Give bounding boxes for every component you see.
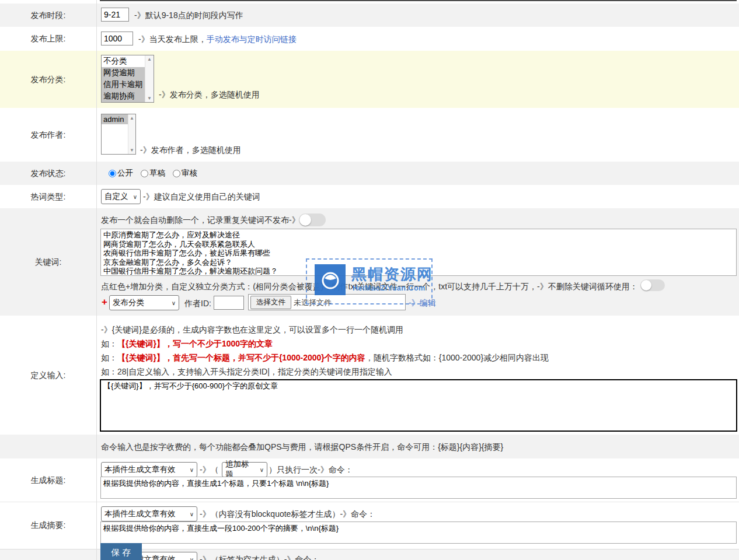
example-red-text: 【{关键词}】，写一个不少于1000字的文章 xyxy=(117,339,273,348)
scroll-up-icon[interactable]: ▲ xyxy=(147,57,152,62)
publish-category-hint: -》发布分类，多选随机使用 xyxy=(159,89,260,100)
gen-title-mid1: -》（ xyxy=(200,464,219,475)
toggle-knob xyxy=(299,214,311,226)
watermark-logo-icon xyxy=(315,264,346,295)
radio-review-label: 审核 xyxy=(182,168,197,178)
author-id-input[interactable] xyxy=(214,296,244,310)
gen-title-mode-select[interactable]: 本插件生成文章有效 ∨ xyxy=(101,462,197,477)
label-column-divider xyxy=(96,0,97,560)
author-option[interactable]: admin xyxy=(102,114,128,124)
listbox-scrollbar[interactable]: ▲ ▼ xyxy=(128,114,135,154)
category-option[interactable]: 网贷逾期 xyxy=(102,67,145,79)
publish-author-label: 发布作者: xyxy=(0,129,96,141)
radio-public[interactable]: 公开 xyxy=(109,168,133,178)
example-red-text: 【{关键词}】，首先写一个标题，并写不少于{1000-2000}个字的内容 xyxy=(117,353,365,362)
toggle-knob xyxy=(641,280,651,290)
publish-author-options: admin xyxy=(102,114,128,154)
watermark-domain: HeiMaoZiYuan.Com xyxy=(353,284,426,292)
example-prefix: 如： xyxy=(101,353,117,362)
define-input-textarea[interactable]: 【{关键词}】，并写不少于{600-900}个字的原创文章 xyxy=(100,379,737,432)
publish-limit-label: 发布上限: xyxy=(0,33,96,44)
define-input-label: 定义输入: xyxy=(0,369,96,381)
radio-public-input[interactable] xyxy=(109,170,116,177)
scroll-down-icon[interactable]: ▼ xyxy=(130,148,134,153)
top-divider xyxy=(100,0,737,1)
define-input-line2: 如：【{关键词}】，写一个不少于1000字的文章 xyxy=(101,338,273,349)
gen-summary-command-textarea[interactable]: 根据我提供给你的内容，直接生成一段100-200个字的摘要，\n\n{标题} xyxy=(100,522,737,544)
publish-author-hint: -》发布作者，多选随机使用 xyxy=(140,144,241,156)
hotword-type-select[interactable]: 自定义 ∨ xyxy=(101,189,141,204)
gen-summary-mode-value: 本插件生成文章有效 xyxy=(104,509,176,519)
gen-title-mid2: ）只执行一次-》命令： xyxy=(269,464,353,475)
radio-public-label: 公开 xyxy=(117,168,133,178)
publish-status-label: 发布状态: xyxy=(0,167,96,179)
dedupe-toggle[interactable] xyxy=(299,214,326,226)
plugin-settings-page: 发布时段: -》默认9-18点的时间段内写作 发布上限: -》当天发布上限，手动… xyxy=(0,0,739,560)
chevron-down-icon: ∨ xyxy=(260,467,264,473)
publish-time-label: 发布时段: xyxy=(0,9,96,21)
publish-category-options: 不分类 网贷逾期 信用卡逾期 逾期协商 xyxy=(102,55,145,102)
save-button[interactable]: 保 存 xyxy=(100,543,142,560)
listbox-scrollbar[interactable]: ▲ ▼ xyxy=(145,55,154,102)
example-prefix: 如： xyxy=(101,339,117,348)
radio-review-input[interactable] xyxy=(173,170,180,177)
keyword-loop-toggle[interactable] xyxy=(640,279,665,291)
chevron-down-icon: ∨ xyxy=(133,194,137,200)
publish-category-listbox[interactable]: 不分类 网贷逾期 信用卡逾期 逾期协商 ▲ ▼ xyxy=(101,55,154,103)
command-note-text: 命令输入也是按字收费的，每个功能都会叠加QPS与费用，请根据QPS条件开启，命令… xyxy=(101,441,503,453)
gen-summary-label: 生成摘要: xyxy=(0,519,96,531)
define-input-line1: -》{关键词}是必须的，生成内容字数也在这里定义，可以设置多个一行一个随机调用 xyxy=(101,324,403,335)
chevron-down-icon: ∨ xyxy=(172,300,176,306)
publish-limit-input[interactable] xyxy=(101,32,133,46)
black-hat-icon xyxy=(319,268,342,292)
radio-draft-label: 草稿 xyxy=(149,168,165,178)
scroll-down-icon[interactable]: ▼ xyxy=(147,96,152,101)
chevron-down-icon: ∨ xyxy=(190,467,194,473)
scroll-up-icon[interactable]: ▲ xyxy=(130,116,134,121)
keywords-dedupe-text: 发布一个就会自动删除一个，记录重复关键词不发布-》 xyxy=(101,214,300,226)
category-option[interactable]: 不分类 xyxy=(102,55,145,67)
chevron-down-icon: ∨ xyxy=(190,556,194,560)
publish-limit-hint-text: -》当天发布上限， xyxy=(138,34,207,44)
watermark-title: 黑帽资源网 xyxy=(351,264,433,285)
publish-status-radios: 公开 草稿 审核 xyxy=(109,168,197,178)
publish-category-label: 发布分类: xyxy=(0,74,96,85)
gen-title-mode-value: 本插件生成文章有效 xyxy=(104,464,176,475)
watermark: 黑帽资源网 HeiMaoZiYuan.Com xyxy=(306,258,433,304)
gen-title-label: 生成标题: xyxy=(0,474,96,486)
category-option[interactable]: 信用卡逾期 xyxy=(102,79,145,90)
gen-title-append-select[interactable]: 追加标题 ∨ xyxy=(222,462,267,477)
example-rest-text: ，随机字数格式如：{1000-2000}减少相同内容出现 xyxy=(365,353,549,362)
publish-author-listbox[interactable]: admin ▲ ▼ xyxy=(101,114,136,155)
hotword-type-hint: -》建议自定义使用自己的关键词 xyxy=(143,191,260,202)
author-id-label: 作者ID: xyxy=(184,298,211,309)
row-divider xyxy=(0,502,739,502)
hotword-type-value: 自定义 xyxy=(104,191,128,202)
add-category-button[interactable]: + xyxy=(102,296,107,308)
radio-review[interactable]: 审核 xyxy=(173,168,197,178)
define-input-line4: 如：28|自定义输入，支持输入开头指定分类ID|，指定分类的关键词使用指定输入 xyxy=(101,366,392,377)
gen-title-command-textarea[interactable]: 根据我提供给你的内容，直接生成1个标题，只要1个标题 \n\n{标题} xyxy=(100,477,737,499)
radio-draft[interactable]: 草稿 xyxy=(141,168,165,178)
manual-publish-link[interactable]: 手动发布与定时访问链接 xyxy=(207,34,297,44)
gen-summary-mode-select[interactable]: 本插件生成文章有效 ∨ xyxy=(101,506,197,522)
hotword-type-label: 热词类型: xyxy=(0,191,96,202)
publish-limit-hint: -》当天发布上限，手动发布与定时访问链接 xyxy=(138,33,297,45)
chevron-down-icon: ∨ xyxy=(190,511,194,517)
publish-time-input[interactable] xyxy=(101,8,129,22)
keywords-label: 关键词: xyxy=(0,256,96,268)
gen-summary-mid: -》（内容没有blockquote标签才生成）-》命令： xyxy=(200,508,375,520)
keyword-category-value: 发布分类 xyxy=(113,298,144,308)
choose-file-button[interactable]: 选择文件 xyxy=(250,296,291,309)
category-option[interactable]: 逾期协商 xyxy=(102,90,145,102)
publish-time-hint: -》默认9-18点的时间段内写作 xyxy=(134,9,243,21)
define-input-line3: 如：【{关键词}】，首先写一个标题，并写不少于{1000-2000}个字的内容，… xyxy=(101,352,549,363)
gen-tag-mid: -》（标签为空才生成）-》命令： xyxy=(200,554,319,560)
keyword-category-select[interactable]: 发布分类 ∨ xyxy=(109,295,179,310)
radio-draft-input[interactable] xyxy=(141,170,148,177)
